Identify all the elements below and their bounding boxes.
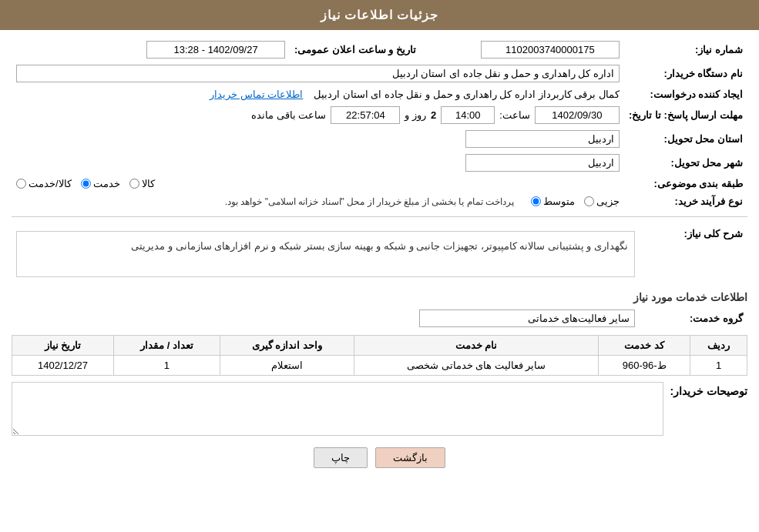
divider-1 bbox=[12, 216, 747, 217]
deadline-label: مهلت ارسال پاسخ: تا تاریخ: bbox=[624, 103, 747, 127]
process-jozee[interactable]: جزیی bbox=[584, 196, 620, 207]
need-number-label: شماره نیاز: bbox=[624, 38, 747, 62]
buttons-row: بازگشت چاپ bbox=[12, 447, 747, 468]
category-khedmat[interactable]: خدمت bbox=[81, 178, 120, 189]
table-row: 1ط-96-960سایر فعالیت های خدماتی شخصیاستع… bbox=[12, 356, 747, 376]
date-input bbox=[146, 41, 285, 59]
buyer-desc-label: توصیحات خریدار: bbox=[670, 382, 747, 397]
category-label: طبقه بندی موضوعی: bbox=[624, 175, 747, 192]
remaining-time-input bbox=[331, 106, 400, 124]
print-button[interactable]: چاپ bbox=[314, 447, 368, 468]
group-input bbox=[419, 309, 635, 327]
remaining-suffix: ساعت باقی مانده bbox=[251, 109, 326, 121]
org-name-input bbox=[16, 65, 620, 82]
org-name-label: نام دستگاه خریدار: bbox=[624, 62, 747, 85]
col-date: تاریخ نیاز bbox=[12, 336, 114, 356]
province-label: استان محل تحویل: bbox=[624, 127, 747, 151]
page-header: جزئیات اطلاعات نیاز bbox=[0, 0, 759, 30]
buyer-desc-wrapper: توصیحات خریدار: bbox=[12, 382, 747, 436]
deadline-time-label: ساعت: bbox=[499, 109, 530, 121]
contact-link[interactable]: اطلاعات تماس خریدار bbox=[210, 89, 303, 100]
city-label: شهر محل تحویل: bbox=[624, 151, 747, 175]
category-kala-khedmat[interactable]: کالا/خدمت bbox=[16, 178, 72, 189]
header-title: جزئیات اطلاعات نیاز bbox=[321, 8, 439, 22]
city-input bbox=[465, 154, 620, 172]
date-label: تاریخ و ساعت اعلان عمومی: bbox=[290, 38, 432, 62]
col-name: نام خدمت bbox=[354, 336, 598, 356]
services-title: اطلاعات خدمات مورد نیاز bbox=[12, 291, 747, 303]
col-qty: تعداد / مقدار bbox=[113, 336, 220, 356]
col-row: ردیف bbox=[690, 336, 747, 356]
deadline-date-input bbox=[535, 106, 620, 124]
category-kala[interactable]: کالا bbox=[129, 178, 155, 189]
creator-label: ایجاد کننده درخواست: bbox=[624, 85, 747, 103]
province-input bbox=[465, 130, 620, 148]
need-number-input bbox=[481, 41, 620, 59]
process-type-label: نوع فرآیند خرید: bbox=[624, 192, 747, 210]
description-box: نگهداری و پشتیبانی سالانه کامپیوتر، تجهی… bbox=[16, 231, 635, 277]
process-motavaset[interactable]: متوسط bbox=[531, 196, 575, 207]
col-unit: واحد اندازه گیری bbox=[220, 336, 354, 356]
process-note: پرداخت تمام یا بخشی از مبلغ خریدار از مح… bbox=[225, 196, 514, 207]
description-label: شرح کلی نیاز: bbox=[640, 223, 747, 285]
services-table: ردیف کد خدمت نام خدمت واحد اندازه گیری ت… bbox=[12, 335, 747, 376]
remaining-label: روز و bbox=[405, 109, 426, 121]
col-code: کد خدمت bbox=[599, 336, 690, 356]
creator-value: کمال برقی کاربرداز اداره کل راهداری و حم… bbox=[314, 89, 620, 100]
back-button[interactable]: بازگشت bbox=[375, 447, 445, 468]
remaining-days: 2 bbox=[431, 109, 436, 121]
group-label: گروه خدمت: bbox=[640, 306, 747, 330]
deadline-time-input bbox=[441, 106, 495, 124]
buyer-desc-textarea[interactable] bbox=[12, 382, 663, 436]
